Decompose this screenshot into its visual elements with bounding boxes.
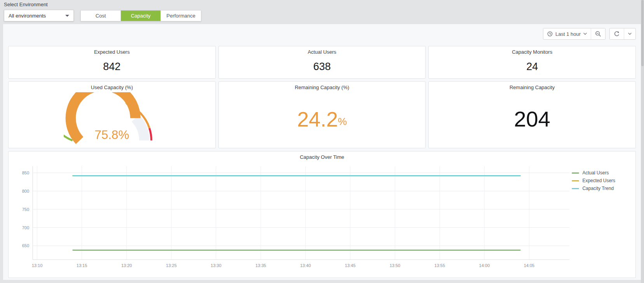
y-axis-tick-labels: 650700750800850 [22, 171, 29, 248]
chart-legend: Actual UsersExpected UsersCapacity Trend [572, 161, 633, 278]
panel-title-remaining-capacity[interactable]: Remaining Capacity [429, 82, 635, 90]
gauge-value-text: 75.8% [94, 128, 129, 142]
panel-title-capacity-monitors[interactable]: Capacity Monitors [429, 46, 635, 55]
svg-text:13:20: 13:20 [121, 263, 132, 268]
tab-cost[interactable]: Cost [81, 11, 121, 21]
refresh-button[interactable] [610, 28, 624, 39]
chevron-down-icon [583, 33, 587, 35]
remaining-capacity-value: 204 [514, 108, 550, 130]
panel-grid: Expected Users 842 Actual Users 638 Capa… [8, 46, 636, 278]
panel-expected-users: Expected Users 842 [8, 46, 216, 79]
svg-text:14:00: 14:00 [479, 263, 490, 268]
legend-color-swatch [572, 188, 579, 189]
panel-title-actual-users[interactable]: Actual Users [219, 46, 426, 55]
svg-text:650: 650 [22, 243, 29, 248]
zoom-out-icon [595, 31, 601, 37]
refresh-interval-dropdown[interactable] [624, 28, 635, 39]
refresh-icon [614, 31, 620, 37]
panel-remaining-capacity: Remaining Capacity 204 [428, 81, 636, 148]
svg-text:850: 850 [22, 171, 29, 175]
tab-performance[interactable]: Performance [161, 11, 201, 21]
clock-icon [547, 31, 553, 37]
dashboard-toolbar: Last 1 hour [543, 28, 636, 40]
svg-text:750: 750 [22, 207, 29, 212]
environment-dropdown-value: All environments [9, 13, 46, 19]
svg-text:13:10: 13:10 [32, 263, 43, 268]
dashboard-screen: Select Environment All environments Cost… [0, 0, 644, 283]
legend-label: Actual Users [582, 170, 609, 176]
panel-title-remaining-capacity-pct[interactable]: Remaining Capacity (%) [219, 82, 426, 90]
svg-text:800: 800 [22, 189, 29, 193]
scrollbar[interactable] [641, 0, 644, 283]
select-environment-label: Select Environment [4, 2, 201, 7]
legend-item-capacity-trend[interactable]: Capacity Trend [572, 186, 633, 191]
time-range-picker[interactable]: Last 1 hour [543, 28, 591, 39]
svg-text:13:35: 13:35 [255, 263, 266, 268]
capacity-monitors-value: 24 [429, 55, 635, 78]
gauge-threshold-arc [149, 128, 151, 140]
svg-text:13:55: 13:55 [435, 263, 445, 268]
panel-remaining-capacity-pct: Remaining Capacity (%) 24.2 % [218, 81, 426, 148]
environment-topbar: Select Environment All environments Cost… [4, 2, 201, 21]
legend-color-swatch [572, 172, 579, 174]
legend-label: Expected Users [582, 178, 615, 183]
svg-text:13:25: 13:25 [166, 263, 177, 268]
panel-used-capacity: Used Capacity (%) 75.8% [8, 81, 216, 148]
chevron-down-icon [628, 33, 632, 35]
svg-text:14:05: 14:05 [524, 263, 535, 268]
panel-title-capacity-over-time[interactable]: Capacity Over Time [9, 151, 635, 160]
legend-label: Capacity Trend [582, 186, 614, 191]
legend-color-swatch [572, 180, 579, 181]
panel-title-expected-users[interactable]: Expected Users [9, 46, 215, 55]
remaining-capacity-pct-value: 24.2 [297, 109, 338, 130]
panel-title-used-capacity[interactable]: Used Capacity (%) [9, 82, 215, 90]
svg-text:13:30: 13:30 [211, 263, 222, 268]
capacity-over-time-chart: 65070075080085013:1013:1513:2013:2513:30… [11, 161, 572, 271]
dashboard-container: Last 1 hour [3, 24, 641, 280]
legend-item-expected-users[interactable]: Expected Users [572, 178, 633, 183]
chevron-down-icon [65, 15, 69, 17]
panel-capacity-over-time: Capacity Over Time 65070075080085013:101… [8, 151, 636, 278]
panel-actual-users: Actual Users 638 [218, 46, 426, 79]
view-tabs: Cost Capacity Performance [80, 10, 201, 21]
scrollbar-thumb[interactable] [641, 0, 644, 66]
svg-text:13:15: 13:15 [77, 263, 87, 268]
environment-dropdown[interactable]: All environments [4, 10, 74, 21]
actual-users-value: 638 [219, 55, 426, 78]
legend-item-actual-users[interactable]: Actual Users [572, 170, 633, 176]
gauge-rest-arc [135, 118, 144, 140]
svg-text:13:40: 13:40 [300, 263, 311, 268]
used-capacity-gauge: 75.8% [64, 92, 160, 146]
svg-text:13:50: 13:50 [389, 263, 400, 268]
remaining-capacity-pct-suffix: % [338, 116, 347, 128]
expected-users-value: 842 [9, 55, 215, 78]
panel-capacity-monitors: Capacity Monitors 24 [428, 46, 636, 79]
svg-text:700: 700 [22, 225, 29, 230]
x-axis-tick-labels: 13:1013:1513:2013:2513:3013:3513:4013:45… [32, 263, 534, 268]
zoom-out-button[interactable] [591, 28, 605, 39]
svg-text:13:45: 13:45 [345, 263, 356, 268]
tab-capacity[interactable]: Capacity [121, 11, 161, 21]
chart-gridlines [33, 166, 569, 260]
time-range-label: Last 1 hour [555, 31, 581, 37]
